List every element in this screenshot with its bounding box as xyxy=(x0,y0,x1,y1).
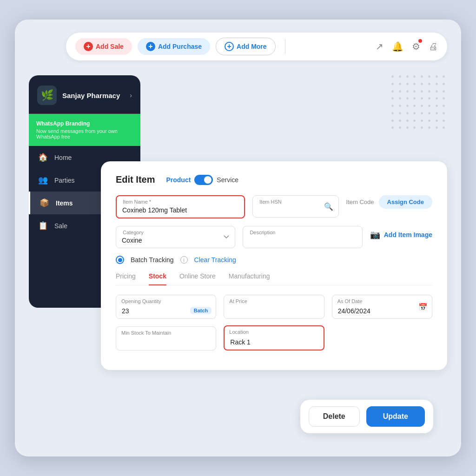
settings-icon[interactable]: ⚙ xyxy=(412,41,420,52)
whatsapp-sub: Now send messages from your own WhatsApp… xyxy=(36,128,133,139)
min-stock-label: Min Stock To Maintain xyxy=(121,330,171,336)
sidebar-item-items-label: Items xyxy=(56,199,73,207)
service-label: Service xyxy=(217,176,238,184)
add-item-image-button[interactable]: 📷 Add Item Image xyxy=(370,226,432,244)
delete-button[interactable]: Delete xyxy=(309,406,360,427)
whatsapp-title: WhatsApp Branding xyxy=(36,120,133,127)
tab-stock[interactable]: Stock xyxy=(149,272,166,285)
tab-online-store[interactable]: Online Store xyxy=(179,272,216,285)
toolbar: + Add Sale + Add Purchase + Add More ↗ 🔔… xyxy=(66,33,447,60)
description-label: Description xyxy=(248,230,277,235)
assign-code-button[interactable]: Assign Code xyxy=(379,195,432,209)
edit-item-modal: Edit Item Product Service Item Name * It… xyxy=(101,161,447,370)
add-sale-button[interactable]: + Add Sale xyxy=(75,38,132,55)
category-row: Category Coxine Description 📷 Add Item I… xyxy=(116,226,432,248)
add-sale-icon: + xyxy=(84,42,93,51)
add-more-icon: + xyxy=(225,42,234,51)
min-stock-field: Min Stock To Maintain xyxy=(116,326,216,350)
product-label: Product xyxy=(166,176,191,184)
at-price-label: At Price xyxy=(229,298,247,304)
item-hsn-field: Item HSN 🔍 xyxy=(252,195,338,218)
parties-icon: 👥 xyxy=(38,175,48,185)
location-field: Location xyxy=(224,325,324,350)
home-icon: 🏠 xyxy=(38,152,48,162)
sidebar-header: 🌿 Sanjay Pharmacy › xyxy=(29,75,140,114)
pharmacy-logo: 🌿 xyxy=(37,86,57,105)
batch-badge: Batch xyxy=(190,307,212,314)
bell-icon[interactable]: 🔔 xyxy=(392,41,403,52)
clear-tracking-link[interactable]: Clear Tracking xyxy=(194,256,236,264)
toolbar-divider xyxy=(285,39,285,54)
item-name-field: Item Name * xyxy=(116,195,245,218)
sidebar-item-parties-label: Parties xyxy=(54,177,75,184)
item-name-row: Item Name * Item HSN 🔍 Item Code Assign … xyxy=(116,195,432,218)
item-hsn-label: Item HSN xyxy=(258,199,283,205)
location-label: Location xyxy=(229,329,249,335)
sidebar-chevron-icon[interactable]: › xyxy=(130,92,132,99)
whatsapp-banner[interactable]: WhatsApp Branding Now send messages from… xyxy=(29,114,140,146)
batch-tracking-radio[interactable] xyxy=(116,256,124,264)
camera-icon: 📷 xyxy=(370,230,380,240)
description-field: Description xyxy=(243,226,362,248)
settings-badge xyxy=(418,39,422,43)
add-more-button[interactable]: + Add More xyxy=(216,38,276,55)
category-field: Category Coxine xyxy=(116,226,235,248)
sidebar-item-home-label: Home xyxy=(54,154,72,161)
pharmacy-name: Sanjay Pharmacy xyxy=(62,92,120,99)
batch-tracking-row: Batch Tracking i Clear Tracking xyxy=(116,256,432,264)
batch-tracking-label: Batch Tracking xyxy=(131,256,174,264)
calendar-icon[interactable]: 📅 xyxy=(418,302,428,311)
sale-icon: 📋 xyxy=(38,221,48,231)
at-price-field: At Price xyxy=(224,295,324,319)
share-icon[interactable]: ↗ xyxy=(376,41,383,52)
modal-header: Edit Item Product Service xyxy=(116,174,432,185)
category-label: Category xyxy=(121,230,145,235)
opening-qty-field: Opening Quantity Batch xyxy=(116,295,216,319)
modal-title: Edit Item xyxy=(116,174,155,185)
sidebar-item-sale-label: Sale xyxy=(54,222,67,230)
stock-row-2: Min Stock To Maintain Location xyxy=(116,325,432,350)
opening-qty-label: Opening Quantity xyxy=(121,298,161,304)
item-code-label: Item Code xyxy=(346,198,374,205)
hsn-search-icon[interactable]: 🔍 xyxy=(324,202,333,211)
items-icon: 📦 xyxy=(40,198,49,208)
bottom-actions: Delete Update xyxy=(300,400,433,433)
tab-pricing[interactable]: Pricing xyxy=(116,272,136,285)
update-button[interactable]: Update xyxy=(366,406,425,427)
product-service-toggle[interactable] xyxy=(194,175,213,185)
print-icon[interactable]: 🖨 xyxy=(429,41,438,52)
toolbar-icons: ↗ 🔔 ⚙ 🖨 xyxy=(376,41,438,52)
batch-tracking-info-icon[interactable]: i xyxy=(180,256,188,264)
tab-manufacturing[interactable]: Manufacturing xyxy=(229,272,270,285)
dot-pattern-grid: // dots will be added by init script xyxy=(391,75,447,131)
as-of-date-field: As Of Date 📅 xyxy=(332,295,432,319)
item-name-label: Item Name * xyxy=(121,199,152,205)
as-of-date-label: As Of Date xyxy=(337,298,363,304)
add-purchase-button[interactable]: + Add Purchase xyxy=(138,38,210,55)
item-code-wrap: Item Code Assign Code xyxy=(346,195,432,209)
stock-row-1: Opening Quantity Batch At Price As Of Da… xyxy=(116,295,432,319)
product-service-toggle-row: Product Service xyxy=(166,175,238,185)
add-purchase-icon: + xyxy=(146,42,155,51)
tabs-row: Pricing Stock Online Store Manufacturing xyxy=(116,272,432,285)
